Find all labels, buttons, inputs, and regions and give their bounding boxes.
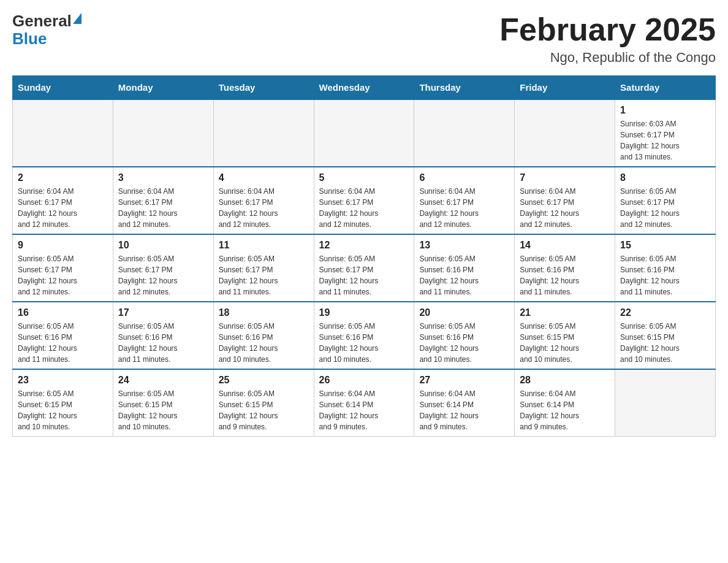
day-number: 1 (620, 105, 710, 116)
calendar-cell: 4Sunrise: 6:04 AM Sunset: 6:17 PM Daylig… (213, 167, 314, 234)
day-number: 21 (520, 307, 610, 318)
day-header-friday: Friday (515, 76, 615, 100)
logo-general-text: General (12, 12, 72, 30)
calendar-cell: 18Sunrise: 6:05 AM Sunset: 6:16 PM Dayli… (213, 302, 314, 369)
day-number: 9 (18, 240, 108, 251)
day-number: 5 (319, 172, 409, 183)
day-number: 20 (419, 307, 509, 318)
day-info: Sunrise: 6:05 AM Sunset: 6:17 PM Dayligh… (219, 253, 309, 297)
day-number: 13 (419, 240, 509, 251)
day-info: Sunrise: 6:04 AM Sunset: 6:17 PM Dayligh… (18, 186, 108, 230)
calendar-cell: 16Sunrise: 6:05 AM Sunset: 6:16 PM Dayli… (13, 302, 113, 369)
calendar-cell: 17Sunrise: 6:05 AM Sunset: 6:16 PM Dayli… (113, 302, 213, 369)
calendar-cell: 26Sunrise: 6:04 AM Sunset: 6:14 PM Dayli… (314, 369, 414, 437)
day-info: Sunrise: 6:05 AM Sunset: 6:16 PM Dayligh… (118, 321, 208, 365)
calendar-cell: 3Sunrise: 6:04 AM Sunset: 6:17 PM Daylig… (113, 167, 213, 234)
day-number: 7 (520, 172, 610, 183)
calendar-cell: 23Sunrise: 6:05 AM Sunset: 6:15 PM Dayli… (13, 369, 113, 437)
logo: General Blue (12, 12, 82, 47)
calendar-cell: 5Sunrise: 6:04 AM Sunset: 6:17 PM Daylig… (314, 167, 414, 234)
day-number: 26 (319, 375, 409, 386)
day-info: Sunrise: 6:05 AM Sunset: 6:16 PM Dayligh… (319, 321, 409, 365)
calendar-cell (515, 99, 615, 167)
day-number: 19 (319, 307, 409, 318)
day-header-tuesday: Tuesday (213, 76, 314, 100)
day-info: Sunrise: 6:04 AM Sunset: 6:14 PM Dayligh… (319, 388, 409, 432)
day-info: Sunrise: 6:05 AM Sunset: 6:16 PM Dayligh… (219, 321, 309, 365)
day-info: Sunrise: 6:05 AM Sunset: 6:15 PM Dayligh… (118, 388, 208, 432)
calendar-cell: 2Sunrise: 6:04 AM Sunset: 6:17 PM Daylig… (13, 167, 113, 234)
calendar-cell: 19Sunrise: 6:05 AM Sunset: 6:16 PM Dayli… (314, 302, 414, 369)
day-info: Sunrise: 6:05 AM Sunset: 6:17 PM Dayligh… (18, 253, 108, 297)
logo-triangle-icon (73, 13, 82, 24)
day-info: Sunrise: 6:04 AM Sunset: 6:17 PM Dayligh… (219, 186, 309, 230)
calendar-subtitle: Ngo, Republic of the Congo (499, 50, 716, 66)
day-number: 10 (118, 240, 208, 251)
calendar-cell: 7Sunrise: 6:04 AM Sunset: 6:17 PM Daylig… (515, 167, 615, 234)
day-info: Sunrise: 6:04 AM Sunset: 6:17 PM Dayligh… (419, 186, 509, 230)
calendar-cell: 24Sunrise: 6:05 AM Sunset: 6:15 PM Dayli… (113, 369, 213, 437)
calendar-cell (314, 99, 414, 167)
day-number: 6 (419, 172, 509, 183)
calendar-cell: 25Sunrise: 6:05 AM Sunset: 6:15 PM Dayli… (213, 369, 314, 437)
calendar-cell (414, 99, 515, 167)
calendar-cell: 10Sunrise: 6:05 AM Sunset: 6:17 PM Dayli… (113, 234, 213, 302)
day-number: 11 (219, 240, 309, 251)
day-number: 28 (520, 375, 610, 386)
day-info: Sunrise: 6:05 AM Sunset: 6:15 PM Dayligh… (18, 388, 108, 432)
day-number: 14 (520, 240, 610, 251)
calendar-week-row: 16Sunrise: 6:05 AM Sunset: 6:16 PM Dayli… (13, 302, 716, 369)
calendar-week-row: 9Sunrise: 6:05 AM Sunset: 6:17 PM Daylig… (13, 234, 716, 302)
day-info: Sunrise: 6:03 AM Sunset: 6:17 PM Dayligh… (620, 118, 710, 163)
day-number: 24 (118, 375, 208, 386)
calendar-cell: 15Sunrise: 6:05 AM Sunset: 6:16 PM Dayli… (615, 234, 716, 302)
calendar-cell: 13Sunrise: 6:05 AM Sunset: 6:16 PM Dayli… (414, 234, 515, 302)
calendar-cell: 9Sunrise: 6:05 AM Sunset: 6:17 PM Daylig… (13, 234, 113, 302)
calendar-cell: 14Sunrise: 6:05 AM Sunset: 6:16 PM Dayli… (515, 234, 615, 302)
day-number: 27 (419, 375, 509, 386)
calendar-week-row: 23Sunrise: 6:05 AM Sunset: 6:15 PM Dayli… (13, 369, 716, 437)
day-info: Sunrise: 6:04 AM Sunset: 6:17 PM Dayligh… (520, 186, 610, 230)
day-number: 16 (18, 307, 108, 318)
day-header-wednesday: Wednesday (314, 76, 414, 100)
calendar-week-row: 1Sunrise: 6:03 AM Sunset: 6:17 PM Daylig… (13, 99, 716, 167)
day-number: 17 (118, 307, 208, 318)
day-info: Sunrise: 6:05 AM Sunset: 6:16 PM Dayligh… (620, 253, 710, 297)
calendar-table: SundayMondayTuesdayWednesdayThursdayFrid… (12, 75, 716, 437)
day-number: 15 (620, 240, 710, 251)
day-info: Sunrise: 6:05 AM Sunset: 6:16 PM Dayligh… (419, 321, 509, 365)
day-info: Sunrise: 6:04 AM Sunset: 6:14 PM Dayligh… (419, 388, 509, 432)
day-header-sunday: Sunday (13, 76, 113, 100)
calendar-cell: 12Sunrise: 6:05 AM Sunset: 6:17 PM Dayli… (314, 234, 414, 302)
day-info: Sunrise: 6:05 AM Sunset: 6:17 PM Dayligh… (118, 253, 208, 297)
calendar-cell: 21Sunrise: 6:05 AM Sunset: 6:15 PM Dayli… (515, 302, 615, 369)
day-info: Sunrise: 6:05 AM Sunset: 6:16 PM Dayligh… (419, 253, 509, 297)
day-info: Sunrise: 6:04 AM Sunset: 6:14 PM Dayligh… (520, 388, 610, 432)
calendar-cell (113, 99, 213, 167)
calendar-cell: 27Sunrise: 6:04 AM Sunset: 6:14 PM Dayli… (414, 369, 515, 437)
calendar-cell: 1Sunrise: 6:03 AM Sunset: 6:17 PM Daylig… (615, 99, 716, 167)
calendar-cell (213, 99, 314, 167)
day-info: Sunrise: 6:05 AM Sunset: 6:15 PM Dayligh… (520, 321, 610, 365)
day-header-saturday: Saturday (615, 76, 716, 100)
day-header-thursday: Thursday (414, 76, 515, 100)
day-info: Sunrise: 6:05 AM Sunset: 6:17 PM Dayligh… (319, 253, 409, 297)
calendar-cell (13, 99, 113, 167)
day-number: 25 (219, 375, 309, 386)
day-number: 4 (219, 172, 309, 183)
day-info: Sunrise: 6:04 AM Sunset: 6:17 PM Dayligh… (118, 186, 208, 230)
day-number: 3 (118, 172, 208, 183)
calendar-cell: 20Sunrise: 6:05 AM Sunset: 6:16 PM Dayli… (414, 302, 515, 369)
day-info: Sunrise: 6:05 AM Sunset: 6:15 PM Dayligh… (620, 321, 710, 365)
day-number: 8 (620, 172, 710, 183)
title-block: February 2025 Ngo, Republic of the Congo (499, 12, 716, 66)
day-info: Sunrise: 6:04 AM Sunset: 6:17 PM Dayligh… (319, 186, 409, 230)
calendar-header-row: SundayMondayTuesdayWednesdayThursdayFrid… (13, 76, 716, 100)
day-number: 18 (219, 307, 309, 318)
day-info: Sunrise: 6:05 AM Sunset: 6:16 PM Dayligh… (18, 321, 108, 365)
calendar-title: February 2025 (499, 12, 716, 47)
calendar-week-row: 2Sunrise: 6:04 AM Sunset: 6:17 PM Daylig… (13, 167, 716, 234)
calendar-cell: 11Sunrise: 6:05 AM Sunset: 6:17 PM Dayli… (213, 234, 314, 302)
calendar-cell: 28Sunrise: 6:04 AM Sunset: 6:14 PM Dayli… (515, 369, 615, 437)
day-info: Sunrise: 6:05 AM Sunset: 6:16 PM Dayligh… (520, 253, 610, 297)
